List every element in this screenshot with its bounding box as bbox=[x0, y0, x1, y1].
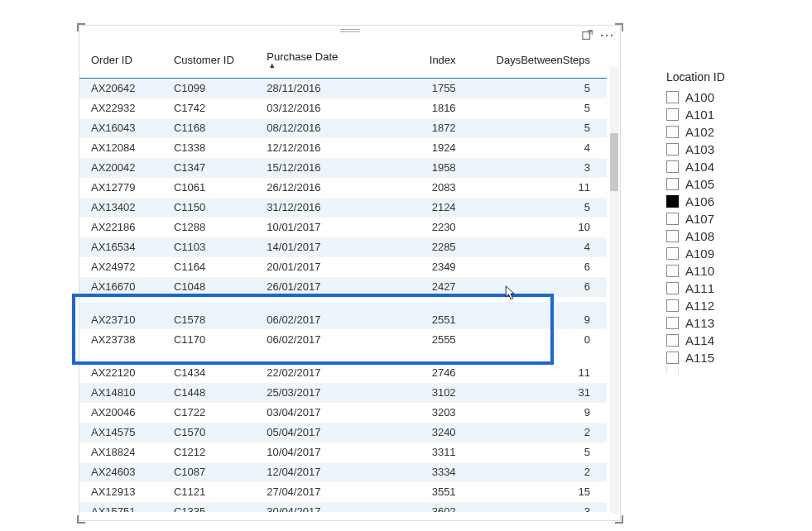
cell-customer-id: C1164 bbox=[162, 257, 255, 277]
slicer-item[interactable]: A107 bbox=[666, 210, 799, 227]
table-row[interactable]: AX24603C108712/04/201733342 bbox=[79, 462, 607, 482]
data-table: Order ID Customer ID Purchase Date ▲ Ind… bbox=[79, 44, 607, 512]
col-header-days-between[interactable]: DaysBetweenSteps bbox=[473, 44, 607, 79]
selection-handle-icon[interactable] bbox=[77, 515, 85, 524]
vertical-scrollbar[interactable] bbox=[610, 67, 618, 514]
cell-purchase-date: 12/04/2017 bbox=[255, 462, 368, 482]
col-header-order-id[interactable]: Order ID bbox=[79, 44, 162, 79]
table-row[interactable]: AX18824C121210/04/201733115 bbox=[79, 442, 607, 462]
cell-order-id: AX22120 bbox=[79, 363, 162, 383]
checkbox-icon[interactable] bbox=[666, 265, 679, 277]
checkbox-icon[interactable] bbox=[666, 126, 679, 138]
selection-handle-icon[interactable] bbox=[615, 515, 623, 524]
cursor-icon bbox=[505, 285, 517, 302]
table-row[interactable]: AX23710C157806/02/201725519 bbox=[79, 302, 607, 330]
slicer-item[interactable]: A109 bbox=[666, 245, 799, 262]
checkbox-icon[interactable] bbox=[666, 352, 679, 364]
checkbox-icon[interactable] bbox=[666, 282, 679, 294]
cell-index: 1924 bbox=[369, 138, 473, 158]
cell-days-between: 4 bbox=[473, 138, 607, 158]
slicer-item[interactable]: A102 bbox=[666, 123, 799, 141]
table-scroll-area[interactable]: Order ID Customer ID Purchase Date ▲ Ind… bbox=[79, 44, 607, 512]
slicer-item-label: A103 bbox=[685, 142, 714, 156]
slicer-item[interactable]: A103 bbox=[666, 141, 799, 158]
table-row[interactable]: AX14575C157005/04/201732402 bbox=[79, 423, 607, 442]
cell-index: 3311 bbox=[369, 442, 473, 462]
checkbox-icon[interactable] bbox=[666, 247, 679, 260]
col-header-index[interactable]: Index bbox=[369, 44, 473, 79]
slicer-item[interactable]: A110 bbox=[666, 262, 799, 280]
checkbox-icon[interactable] bbox=[666, 195, 679, 208]
table-row[interactable]: AX12779C106126/12/2016208311 bbox=[79, 178, 607, 198]
table-row[interactable]: AX13402C115031/12/201621245 bbox=[79, 198, 607, 218]
checkbox-icon[interactable] bbox=[666, 213, 679, 225]
cell-days-between: 6 bbox=[473, 257, 607, 277]
cell-order-id: AX12084 bbox=[79, 138, 162, 158]
checkbox-icon[interactable] bbox=[666, 143, 679, 155]
slicer-item[interactable]: A100 bbox=[666, 88, 799, 106]
slicer-item[interactable]: A114 bbox=[666, 332, 799, 349]
table-row[interactable]: AX20046C172203/04/201732039 bbox=[79, 403, 607, 423]
table-row[interactable]: AX24972C116420/01/201723496 bbox=[79, 257, 607, 277]
cell-order-id: AX20046 bbox=[79, 403, 162, 423]
slicer-item-label: A106 bbox=[685, 194, 714, 208]
table-row[interactable]: AX14810C144825/03/2017310231 bbox=[79, 383, 607, 403]
table-row[interactable]: AX16534C110314/01/201722854 bbox=[79, 237, 607, 257]
table-visual[interactable]: ··· Order ID Customer ID Purchase Date ▲… bbox=[79, 25, 621, 521]
slicer-item[interactable]: A105 bbox=[666, 175, 799, 193]
table-row[interactable]: AX16670C104826/01/201724276 bbox=[79, 277, 607, 297]
checkbox-icon[interactable] bbox=[666, 108, 679, 121]
checkbox-icon[interactable] bbox=[666, 334, 679, 347]
location-slicer[interactable]: Location ID A100A101A102A103A104A105A106… bbox=[666, 70, 799, 373]
selection-handle-icon[interactable] bbox=[77, 23, 85, 31]
cell-order-id: AX20042 bbox=[79, 158, 162, 178]
cell-customer-id: C1347 bbox=[162, 158, 255, 178]
more-options-icon[interactable]: ··· bbox=[600, 29, 615, 42]
cell-purchase-date: 26/12/2016 bbox=[255, 178, 368, 198]
table-row[interactable]: AX16043C116808/12/201618725 bbox=[79, 118, 607, 138]
slicer-item[interactable]: A101 bbox=[666, 106, 799, 123]
slicer-item[interactable]: A104 bbox=[666, 158, 799, 175]
col-header-purchase-date[interactable]: Purchase Date ▲ bbox=[255, 44, 368, 79]
cell-days-between: 15 bbox=[473, 482, 607, 502]
col-header-customer-id[interactable]: Customer ID bbox=[162, 44, 255, 79]
slicer-item[interactable]: A113 bbox=[666, 314, 799, 332]
slicer-item[interactable]: A106 bbox=[666, 193, 799, 210]
checkbox-icon[interactable] bbox=[666, 178, 679, 190]
cell-index: 1958 bbox=[369, 158, 473, 178]
scrollbar-thumb[interactable] bbox=[610, 133, 618, 191]
selection-handle-icon[interactable] bbox=[615, 23, 623, 31]
drag-handle-icon[interactable] bbox=[340, 29, 360, 36]
cell-days-between: 2 bbox=[473, 423, 607, 442]
slicer-item[interactable]: A108 bbox=[666, 227, 799, 245]
cell-customer-id: C1099 bbox=[162, 79, 255, 98]
table-row[interactable]: AX12084C133812/12/201619244 bbox=[79, 138, 607, 158]
focus-mode-icon[interactable] bbox=[582, 30, 593, 41]
cell-order-id: AX16534 bbox=[79, 237, 162, 257]
table-row[interactable]: AX22120C143422/02/2017274611 bbox=[79, 363, 607, 383]
table-row[interactable]: AX20642C109928/11/201617555 bbox=[79, 79, 607, 98]
table-row[interactable]: AX12913C112127/04/2017355115 bbox=[79, 482, 607, 502]
slicer-item[interactable]: A115 bbox=[666, 349, 799, 366]
cell-index: 2349 bbox=[369, 257, 473, 277]
slicer-item-clipped bbox=[666, 366, 799, 373]
slicer-item-label: A115 bbox=[685, 351, 714, 365]
cell-order-id: AX20642 bbox=[79, 79, 162, 98]
cell-order-id: AX23738 bbox=[79, 330, 162, 358]
checkbox-icon[interactable] bbox=[666, 299, 679, 312]
checkbox-icon[interactable] bbox=[666, 160, 679, 173]
cell-days-between: 5 bbox=[473, 198, 607, 218]
checkbox-icon[interactable] bbox=[666, 91, 679, 103]
slicer-item-label: A113 bbox=[685, 316, 714, 330]
table-row[interactable]: AX20042C134715/12/201619583 bbox=[79, 158, 607, 178]
slicer-item[interactable]: A111 bbox=[666, 280, 799, 297]
table-row[interactable]: AX15751C133530/04/201736023 bbox=[79, 502, 607, 513]
slicer-item[interactable]: A112 bbox=[666, 297, 799, 314]
slicer-item-label: A108 bbox=[685, 229, 714, 243]
checkbox-icon[interactable] bbox=[666, 230, 679, 242]
cell-index: 2083 bbox=[369, 178, 473, 198]
table-row[interactable]: AX23738C117006/02/201725550 bbox=[79, 330, 607, 358]
table-row[interactable]: AX22186C128810/01/2017223010 bbox=[79, 218, 607, 237]
table-row[interactable]: AX22932C174203/12/201618165 bbox=[79, 98, 607, 118]
checkbox-icon[interactable] bbox=[666, 317, 679, 329]
